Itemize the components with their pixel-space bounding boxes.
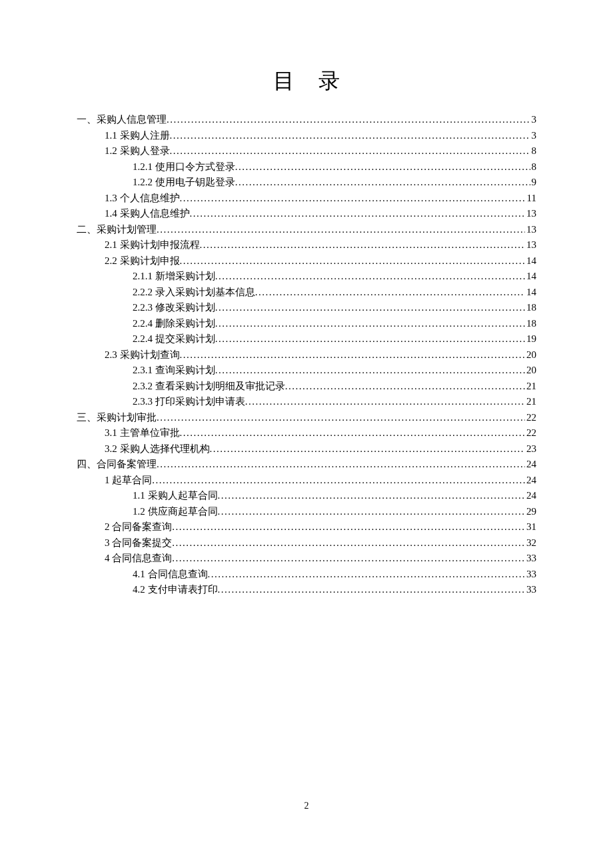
toc-entry-page: 18: [525, 319, 536, 329]
toc-leader-dots: [200, 240, 526, 250]
toc-leader-dots: [215, 365, 525, 375]
toc-entry: 3.1 主管单位审批22: [77, 428, 536, 438]
toc-entry: 2.3 采购计划查询20: [77, 350, 536, 360]
toc-leader-dots: [255, 287, 525, 297]
toc-entry-page: 24: [525, 475, 536, 485]
page-title: 目录: [77, 67, 536, 96]
toc-entry-label: 1 起草合同: [105, 475, 152, 485]
toc-leader-dots: [218, 585, 526, 595]
toc-entry-page: 19: [525, 334, 536, 344]
toc-entry-page: 14: [525, 271, 536, 281]
toc-entry-page: 32: [525, 538, 536, 548]
toc-entry-page: 21: [525, 397, 536, 407]
toc-entry-page: 11: [526, 193, 536, 203]
toc-entry-label: 2.3 采购计划查询: [105, 350, 180, 360]
toc-entry: 3 合同备案提交32: [77, 538, 536, 548]
toc-entry: 1.2 供应商起草合同29: [77, 507, 536, 517]
toc-entry: 2.2 采购计划申报14: [77, 256, 536, 266]
toc-entry: 2.2.4 提交采购计划19: [77, 334, 536, 344]
toc-entry-label: 2.3.2 查看采购计划明细及审批记录: [133, 381, 285, 391]
toc-entry-page: 33: [525, 585, 536, 595]
toc-entry: 4 合同信息查询33: [77, 553, 536, 563]
toc-leader-dots: [215, 334, 525, 344]
toc-leader-dots: [215, 271, 525, 281]
toc-entry-label: 1.2.2 使用电子钥匙登录: [133, 177, 235, 187]
toc-entry-page: 14: [525, 287, 536, 297]
toc-leader-dots: [172, 522, 525, 532]
toc-entry-page: 33: [525, 569, 536, 579]
toc-leader-dots: [190, 209, 526, 219]
toc-leader-dots: [180, 428, 526, 438]
toc-entry: 2.2.3 修改采购计划18: [77, 303, 536, 313]
toc-entry-page: 18: [525, 303, 536, 313]
toc-entry-page: 13: [525, 209, 536, 219]
toc-entry-label: 2 合同备案查询: [105, 522, 172, 532]
toc-entry-label: 2.3.1 查询采购计划: [133, 365, 215, 375]
toc-entry-label: 1.2.1 使用口令方式登录: [133, 162, 235, 172]
toc-entry-page: 20: [525, 350, 536, 360]
toc-entry: 1.2.2 使用电子钥匙登录9: [77, 177, 536, 187]
toc-entry-label: 2.2.3 修改采购计划: [133, 303, 215, 313]
toc-leader-dots: [215, 319, 525, 329]
toc-entry-page: 21: [525, 381, 536, 391]
toc-entry: 一、采购人信息管理3: [77, 115, 536, 125]
toc-entry-page: 22: [525, 428, 536, 438]
toc-entry: 1 起草合同24: [77, 475, 536, 485]
toc-entry: 1.2 采购人登录8: [77, 146, 536, 156]
toc-entry: 2.3.3 打印采购计划申请表21: [77, 397, 536, 407]
toc-leader-dots: [157, 413, 525, 423]
toc-entry-page: 20: [525, 365, 536, 375]
toc-leader-dots: [157, 459, 525, 469]
toc-entry: 2 合同备案查询31: [77, 522, 536, 532]
page-number: 2: [0, 801, 613, 811]
toc-entry-label: 2.1.1 新增采购计划: [133, 271, 215, 281]
toc-entry-page: 8: [530, 162, 537, 172]
toc-leader-dots: [180, 256, 526, 266]
toc-leader-dots: [167, 115, 530, 125]
toc-leader-dots: [152, 475, 525, 485]
toc-entry-label: 2.2.4 提交采购计划: [133, 334, 215, 344]
toc-entry-page: 9: [530, 177, 537, 187]
toc-entry-page: 29: [525, 507, 536, 517]
toc-entry-label: 4.2 支付申请表打印: [133, 585, 218, 595]
toc-entry: 2.2.2 录入采购计划基本信息14: [77, 287, 536, 297]
toc-entry-label: 3.1 主管单位审批: [105, 428, 180, 438]
toc-leader-dots: [215, 303, 525, 313]
toc-entry-label: 3.2 采购人选择代理机构: [105, 444, 210, 454]
toc-entry-label: 2.2.2 录入采购计划基本信息: [133, 287, 255, 297]
table-of-contents: 一、采购人信息管理31.1 采购人注册31.2 采购人登录81.2.1 使用口令…: [77, 115, 536, 595]
toc-leader-dots: [180, 193, 526, 203]
toc-entry-label: 1.4 采购人信息维护: [105, 209, 190, 219]
toc-entry: 4.1 合同信息查询33: [77, 569, 536, 579]
toc-entry-page: 8: [530, 146, 537, 156]
toc-entry: 三、采购计划审批22: [77, 413, 536, 423]
toc-leader-dots: [218, 507, 526, 517]
toc-entry-label: 四、合同备案管理: [77, 459, 157, 469]
toc-entry-page: 33: [525, 553, 536, 563]
toc-entry-page: 22: [525, 413, 536, 423]
toc-entry: 1.1 采购人注册3: [77, 131, 536, 141]
toc-entry-page: 3: [530, 115, 537, 125]
toc-entry-label: 4 合同信息查询: [105, 553, 172, 563]
toc-entry: 3.2 采购人选择代理机构23: [77, 444, 536, 454]
toc-entry-label: 1.3 个人信息维护: [105, 193, 180, 203]
toc-entry-label: 2.1 采购计划申报流程: [105, 240, 200, 250]
toc-entry-page: 24: [525, 459, 536, 469]
toc-leader-dots: [170, 146, 530, 156]
toc-leader-dots: [172, 553, 525, 563]
toc-leader-dots: [157, 225, 525, 235]
toc-leader-dots: [210, 444, 526, 454]
toc-entry-page: 3: [530, 131, 537, 141]
toc-entry-label: 三、采购计划审批: [77, 413, 157, 423]
toc-entry: 2.3.2 查看采购计划明细及审批记录21: [77, 381, 536, 391]
toc-entry-label: 1.2 供应商起草合同: [133, 507, 218, 517]
toc-entry: 2.2.4 删除采购计划18: [77, 319, 536, 329]
toc-leader-dots: [235, 162, 530, 172]
toc-entry: 四、合同备案管理24: [77, 459, 536, 469]
toc-entry: 1.3 个人信息维护11: [77, 193, 536, 203]
toc-leader-dots: [235, 177, 530, 187]
toc-entry-label: 1.1 采购人注册: [105, 131, 170, 141]
toc-entry: 2.3.1 查询采购计划20: [77, 365, 536, 375]
toc-entry-page: 23: [525, 444, 536, 454]
toc-leader-dots: [180, 350, 526, 360]
